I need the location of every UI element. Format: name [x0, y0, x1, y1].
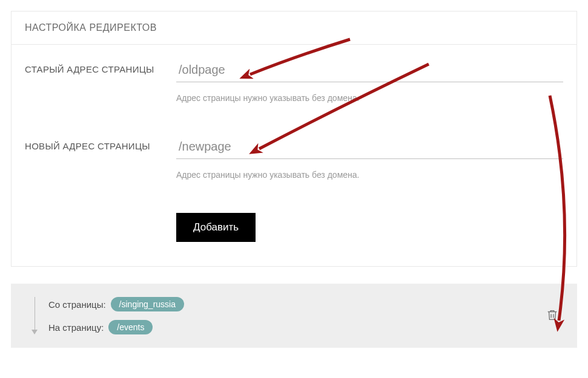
redirect-from-line: Со страницы: /singing_russia	[48, 297, 536, 311]
panel-header: НАСТРОЙКА РЕДИРЕКТОВ	[12, 11, 576, 45]
old-url-hint: Адрес страницы нужно указывать без домен…	[176, 93, 563, 103]
old-url-input[interactable]	[176, 59, 563, 82]
new-url-hint: Адрес страницы нужно указывать без домен…	[176, 170, 563, 180]
redirect-item: Со страницы: /singing_russia На страницу…	[11, 284, 577, 348]
old-url-row: СТАРЫЙ АДРЕС СТРАНИЦЫ Адрес страницы нуж…	[25, 59, 563, 103]
flow-arrow-icon	[29, 297, 40, 334]
trash-icon	[546, 314, 559, 324]
redirect-from-label: Со страницы:	[48, 299, 106, 310]
redirect-settings-panel: НАСТРОЙКА РЕДИРЕКТОВ СТАРЫЙ АДРЕС СТРАНИ…	[11, 11, 577, 267]
new-url-input[interactable]	[176, 136, 563, 159]
redirect-list: Со страницы: /singing_russia На страницу…	[11, 284, 577, 348]
redirect-from-badge: /singing_russia	[111, 297, 184, 311]
new-url-row: НОВЫЙ АДРЕС СТРАНИЦЫ Адрес страницы нужн…	[25, 136, 563, 180]
panel-title: НАСТРОЙКА РЕДИРЕКТОВ	[25, 22, 563, 33]
old-url-label: СТАРЫЙ АДРЕС СТРАНИЦЫ	[25, 59, 176, 74]
panel-body: СТАРЫЙ АДРЕС СТРАНИЦЫ Адрес страницы нуж…	[12, 45, 576, 266]
new-url-label: НОВЫЙ АДРЕС СТРАНИЦЫ	[25, 136, 176, 151]
add-button[interactable]: Добавить	[176, 213, 256, 242]
redirect-to-label: На страницу:	[48, 322, 104, 333]
delete-button[interactable]	[542, 305, 563, 327]
redirect-to-line: На страницу: /events	[48, 320, 536, 334]
redirect-to-badge: /events	[108, 320, 153, 334]
